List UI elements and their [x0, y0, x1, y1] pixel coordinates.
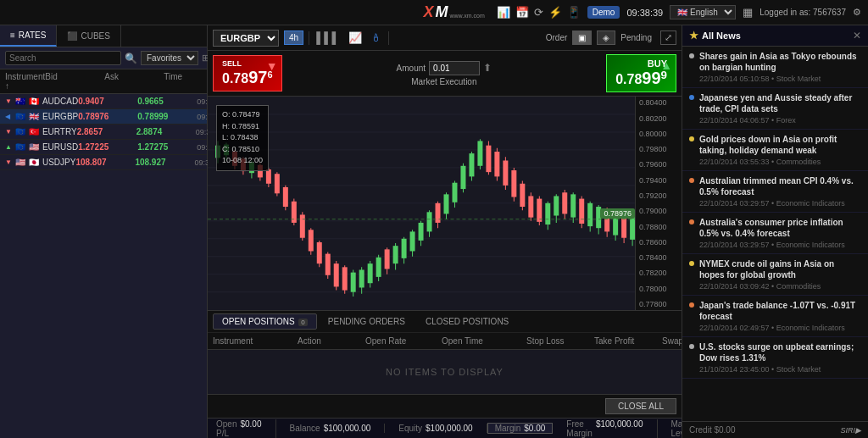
logged-in-label: Logged in as: 7567637: [760, 8, 846, 17]
buy-price-main: 0.78: [615, 72, 642, 86]
svg-rect-58: [410, 232, 415, 252]
price-level-3: 0.79800: [639, 145, 678, 153]
order-type-limit[interactable]: ◈: [597, 30, 615, 45]
timeframe-4h[interactable]: 4h: [284, 30, 303, 45]
flag-aud: 🇦🇺: [15, 97, 25, 106]
rates-label: RATES: [19, 30, 47, 40]
symbol-select[interactable]: EURGBP: [213, 30, 279, 47]
news-headline-1: Japanese yen and Aussie steady after tra…: [699, 92, 861, 114]
svg-rect-38: [326, 254, 331, 275]
sell-price-main: 0.78: [222, 71, 248, 86]
news-content-4: Australia's consumer price inflation 0.5…: [699, 217, 861, 249]
tab-open-positions-label: OPEN POSITIONS: [222, 317, 295, 326]
tab-open-positions[interactable]: OPEN POSITIONS 0: [213, 313, 317, 330]
news-item-6[interactable]: Japan's trade balance -1.07T vs. -0.91T …: [682, 296, 868, 337]
tab-pending-orders[interactable]: PENDING ORDERS: [319, 313, 415, 330]
svg-rect-70: [460, 166, 465, 189]
tab-cubes[interactable]: ⬛ CUBES: [57, 25, 120, 47]
tab-rates[interactable]: ≡ RATES: [0, 25, 57, 47]
refresh-icon[interactable]: ⟳: [534, 6, 543, 19]
news-meta-3: 22/10/2014 03:29:57 • Economic Indicator…: [699, 199, 861, 208]
center-panel: EURGBP 4h ▌▌▌ 📈 🕯 Order ▣ ◈ Pending ⤢ SE…: [208, 25, 682, 438]
price-level-11: 0.78200: [639, 269, 678, 277]
phone-icon[interactable]: 📱: [567, 6, 581, 19]
instrument-name-eurtry: ▼ 🇪🇺 🇹🇷 EURTRY: [5, 127, 77, 136]
svg-rect-42: [342, 268, 348, 291]
flag-gbp: 🇬🇧: [29, 112, 39, 121]
instrument-row-eurtry[interactable]: ▼ 🇪🇺 🇹🇷 EURTRY 2.8657 2.8874 09:38: [0, 125, 207, 140]
favorites-select[interactable]: Favorites: [141, 51, 198, 65]
lightning-icon[interactable]: ⚡: [548, 6, 562, 19]
calendar-icon[interactable]: 📅: [515, 6, 529, 19]
ask-usdjpy: 108.927: [135, 158, 194, 167]
svg-rect-74: [477, 141, 482, 166]
svg-rect-52: [385, 250, 390, 269]
tab-closed-positions[interactable]: CLOSED POSITIONS: [416, 313, 518, 330]
expand-chart-btn[interactable]: ⤢: [660, 30, 676, 45]
instrument-row-usdjpy[interactable]: ▼ 🇺🇸 🇯🇵 USDJPY 108.807 108.927 09:38: [0, 155, 207, 170]
price-level-12: 0.78000: [639, 285, 678, 293]
news-item-1[interactable]: Japanese yen and Aussie steady after tra…: [682, 88, 868, 130]
logo-sub: www.xm.com: [449, 13, 484, 19]
candle-chart-icon[interactable]: 🕯: [369, 31, 383, 44]
ask-eurusd: 1.27275: [137, 142, 197, 152]
ohlc-o: O: 0.78479: [222, 109, 263, 121]
positions-panel: Instrument Action Open Rate Open Time St…: [208, 332, 682, 418]
chart-icon[interactable]: 📊: [497, 6, 510, 19]
close-all-button[interactable]: CLOSE ALL: [605, 398, 676, 414]
news-close-icon[interactable]: ✕: [853, 30, 861, 42]
settings-icon[interactable]: ⚙: [853, 7, 861, 18]
selected-indicator-eurgbp: ◀: [5, 113, 10, 120]
price-level-0: 0.80400: [639, 98, 678, 107]
order-type-market[interactable]: ▣: [572, 30, 592, 45]
price-level-6: 0.79200: [639, 191, 678, 200]
news-item-4[interactable]: Australia's consumer price inflation 0.5…: [682, 213, 868, 254]
news-title-label: All News: [702, 30, 741, 41]
col-time: Time: [164, 72, 206, 91]
sell-button[interactable]: SELL 0.78976 ▼: [213, 55, 282, 91]
margin-label: Margin: [495, 424, 521, 433]
news-content-1: Japanese yen and Aussie steady after tra…: [699, 92, 861, 125]
buy-button[interactable]: BUY 0.78999 ▲: [606, 54, 676, 92]
news-content-3: Australian trimmed mean CPI 0.4% vs. 0.5…: [699, 175, 861, 208]
news-dot-2: [689, 136, 694, 141]
news-content-6: Japan's trade balance -1.07T vs. -0.91T …: [699, 300, 861, 332]
svg-rect-80: [503, 161, 508, 186]
search-input[interactable]: [5, 51, 121, 65]
main-layout: ≡ RATES ⬛ CUBES 🔍 Favorites ⊞ Instrument…: [0, 25, 868, 438]
sell-label: SELL: [222, 59, 242, 68]
news-item-2[interactable]: Gold prices down in Asia on profit takin…: [682, 130, 868, 171]
arrow-usdjpy: ▼: [5, 158, 12, 166]
line-chart-icon[interactable]: 📈: [347, 31, 364, 44]
price-level-2: 0.80000: [639, 130, 678, 138]
equity-value: $100,000.00: [426, 424, 473, 433]
svg-rect-98: [579, 199, 584, 224]
footer-balance: Balance $100,000.00: [276, 424, 386, 433]
pending-btn[interactable]: Pending: [620, 33, 652, 42]
news-content-2: Gold prices down in Asia on profit takin…: [699, 134, 861, 166]
instrument-row-eurgbp[interactable]: ◀ 🇪🇺 🇬🇧 EURGBP 0.78976 0.78999 09:38: [0, 109, 207, 125]
instrument-row-audcad[interactable]: ▼ 🇦🇺 🇨🇦 AUDCAD 0.9407 0.9665 09:38: [0, 94, 207, 109]
instrument-row-eurusd[interactable]: ▲ 🇪🇺 🇺🇸 EURUSD 1.27225 1.27275 09:38: [0, 140, 207, 155]
amount-input[interactable]: [429, 61, 480, 75]
no-items-message: NO ITEMS TO DISPLAY: [208, 350, 682, 394]
news-item-7[interactable]: U.S. stocks surge on upbeat earnings; Do…: [682, 337, 868, 379]
col-ask: Ask: [104, 72, 164, 91]
news-meta-6: 22/10/2014 02:49:57 • Economic Indicator…: [699, 324, 861, 332]
bottom-tabs: OPEN POSITIONS 0 PENDING ORDERS CLOSED P…: [208, 310, 682, 332]
footer-open-pl: Open P/L $0.00: [216, 419, 276, 438]
news-item-0[interactable]: Shares gain in Asia as Tokyo rebounds on…: [682, 47, 868, 88]
amount-stepper[interactable]: ⬆: [483, 62, 492, 74]
news-item-5[interactable]: NYMEX crude oil gains in Asia on hopes f…: [682, 254, 868, 296]
toolbar-divider-1: [309, 31, 309, 45]
price-level-4: 0.79600: [639, 160, 678, 169]
news-headline-7: U.S. stocks surge on upbeat earnings; Do…: [699, 341, 861, 363]
right-panel: ★ All News ✕ Shares gain in Asia as Toky…: [682, 25, 868, 438]
language-select[interactable]: 🇬🇧 English: [670, 5, 736, 19]
bar-chart-icon[interactable]: ▌▌▌: [314, 31, 342, 44]
order-panel: Order ▣ ◈ Pending ⤢: [546, 30, 676, 45]
news-star-icon: ★: [689, 30, 698, 42]
symbol-eurusd: EURUSD: [42, 142, 78, 152]
left-panel: ≡ RATES ⬛ CUBES 🔍 Favorites ⊞ Instrument…: [0, 25, 208, 438]
news-item-3[interactable]: Australian trimmed mean CPI 0.4% vs. 0.5…: [682, 171, 868, 213]
